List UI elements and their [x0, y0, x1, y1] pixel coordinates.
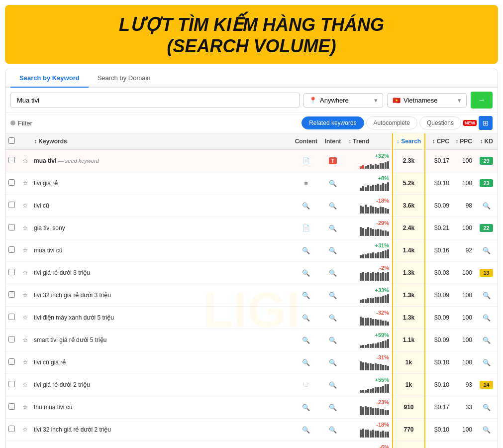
row-content[interactable]: 🔍 [292, 307, 320, 329]
row-cpc: $0.10 [425, 351, 452, 374]
kd-search-icon[interactable]: 🔍 [483, 359, 491, 366]
row-trend: +59% [345, 329, 393, 351]
row-kd: 🔍 [475, 419, 498, 441]
th-search[interactable]: ↓ Search [393, 133, 425, 150]
row-intent[interactable]: 🔍 [320, 351, 345, 374]
row-intent[interactable]: 🔍 [320, 329, 345, 351]
row-star[interactable]: ☆ [19, 374, 31, 396]
table-row: ☆ smart tivi giá rẻ dưới 5 triệu 🔍 🔍 +59… [5, 329, 498, 351]
seed-star[interactable]: ☆ [19, 150, 31, 172]
row-content[interactable]: 🔍 [292, 195, 320, 217]
row-content[interactable]: 🔍 [292, 239, 320, 262]
row-check [5, 396, 19, 419]
row-intent[interactable]: 🔍 [320, 284, 345, 307]
row-content[interactable]: 🔍 [292, 262, 320, 284]
row-intent[interactable]: 🔍 [320, 374, 345, 396]
row-content[interactable]: 📄 [292, 217, 320, 239]
row-intent[interactable]: 🔍 [320, 441, 345, 448]
row-trend: -18% [345, 419, 393, 441]
tab-keyword[interactable]: Search by Keyword [10, 69, 89, 88]
row-search-vol: 680 [393, 441, 425, 448]
row-intent[interactable]: 🔍 [320, 195, 345, 217]
row-content[interactable]: 🔍 [292, 284, 320, 307]
tab-domain[interactable]: Search by Domain [89, 69, 160, 88]
row-content[interactable]: ≡ [292, 172, 320, 195]
kd-search-icon[interactable]: 🔍 [483, 314, 491, 322]
seed-kd: 29 [475, 150, 498, 172]
seed-check [5, 150, 19, 172]
new-badge: NEW [463, 120, 477, 126]
row-star[interactable]: ☆ [19, 284, 31, 307]
go-button[interactable]: → [471, 92, 493, 109]
th-intent[interactable]: Intent [320, 133, 345, 150]
row-intent[interactable]: 🔍 [320, 419, 345, 441]
kd-search-icon[interactable]: 🔍 [483, 202, 491, 210]
kd-search-icon[interactable]: 🔍 [483, 292, 491, 299]
row-trend: +8% [345, 172, 393, 195]
table-wrapper: ↕ Keywords Content Intent ↕ Trend ↓ Sear… [5, 133, 498, 448]
row-intent[interactable]: 🔍 [320, 262, 345, 284]
row-search-vol: 1.3k [393, 284, 425, 307]
row-star[interactable]: ☆ [19, 307, 31, 329]
row-content[interactable]: 🔍 [292, 351, 320, 374]
tab-related-keywords[interactable]: Related keywords [302, 116, 364, 129]
row-star[interactable]: ☆ [19, 195, 31, 217]
row-kd: 🔍 [475, 396, 498, 419]
row-star[interactable]: ☆ [19, 262, 31, 284]
keyword-input[interactable] [10, 93, 300, 108]
row-intent[interactable]: 🔍 [320, 217, 345, 239]
table-row: ☆ tivi giá rẻ dưới 2 triệu ≡ 🔍 +55% 1k $… [5, 374, 498, 396]
kd-search-icon[interactable]: 🔍 [483, 336, 491, 344]
table-row: ☆ tivi cũ 🔍 🔍 -18% 3.6k $0.09 98 🔍 [5, 195, 498, 217]
th-cpc[interactable]: ↕ CPC [425, 133, 452, 150]
row-star[interactable]: ☆ [19, 172, 31, 195]
row-keyword: thu mua tivi cũ [31, 396, 292, 419]
row-intent[interactable]: 🔍 [320, 396, 345, 419]
tab-questions[interactable]: Questions [419, 116, 461, 129]
language-select[interactable]: 🇻🇳 Vietnamese ▾ [387, 93, 467, 108]
row-star[interactable]: ☆ [19, 217, 31, 239]
th-content[interactable]: Content [292, 133, 320, 150]
kd-search-icon[interactable]: 🔍 [483, 247, 491, 254]
row-trend: +31% [345, 239, 393, 262]
banner-title: LƯỢT TÌM KIẾM HÀNG THÁNG (SEARCH VOLUME) [15, 14, 488, 57]
row-star[interactable]: ☆ [19, 239, 31, 262]
row-kd: 🔍 [475, 239, 498, 262]
kd-search-icon[interactable]: 🔍 [483, 404, 491, 411]
select-all-checkbox[interactable] [8, 137, 15, 144]
th-star [19, 133, 31, 150]
row-check [5, 195, 19, 217]
kd-search-icon[interactable]: 🔍 [483, 426, 491, 434]
row-star[interactable]: ☆ [19, 419, 31, 441]
tab-autocomplete[interactable]: Autocomplete [366, 116, 417, 129]
grid-icon-btn[interactable]: ⊞ [479, 116, 493, 130]
row-intent[interactable]: 🔍 [320, 239, 345, 262]
row-content[interactable]: 🔍 [292, 396, 320, 419]
table-row: ☆ tivi 32 inch giá rẻ dưới 3 triệu 🔍 🔍 +… [5, 284, 498, 307]
row-star[interactable]: ☆ [19, 396, 31, 419]
row-ppc: 100 [452, 329, 475, 351]
row-cpc: $0.16 [425, 239, 452, 262]
row-star[interactable]: ☆ [19, 351, 31, 374]
table-row: ☆ tivi giá rẻ ≡ 🔍 +8% 5.2k $0.10 100 23 [5, 172, 498, 195]
row-check [5, 284, 19, 307]
row-content[interactable]: ≡ [292, 441, 320, 448]
row-ppc: 100 [452, 262, 475, 284]
th-kd[interactable]: ↕ KD [475, 133, 498, 150]
table-row: ☆ mua tivi cũ 🔍 🔍 +31% 1.4k $0.16 92 🔍 [5, 239, 498, 262]
row-content[interactable]: ≡ [292, 374, 320, 396]
row-intent[interactable]: 🔍 [320, 172, 345, 195]
row-star[interactable]: ☆ [19, 441, 31, 448]
th-ppc[interactable]: ↕ PPC [452, 133, 475, 150]
row-search-vol: 1.3k [393, 262, 425, 284]
row-content[interactable]: 🔍 [292, 419, 320, 441]
th-keywords[interactable]: ↕ Keywords [31, 133, 292, 150]
th-trend[interactable]: ↕ Trend [345, 133, 393, 150]
row-content[interactable]: 🔍 [292, 329, 320, 351]
row-intent[interactable]: 🔍 [320, 307, 345, 329]
row-check [5, 172, 19, 195]
row-ppc: 93 [452, 374, 475, 396]
location-select[interactable]: 📍 Anywhere ▾ [303, 93, 383, 108]
filter-button[interactable]: Filter [10, 119, 32, 127]
row-star[interactable]: ☆ [19, 329, 31, 351]
